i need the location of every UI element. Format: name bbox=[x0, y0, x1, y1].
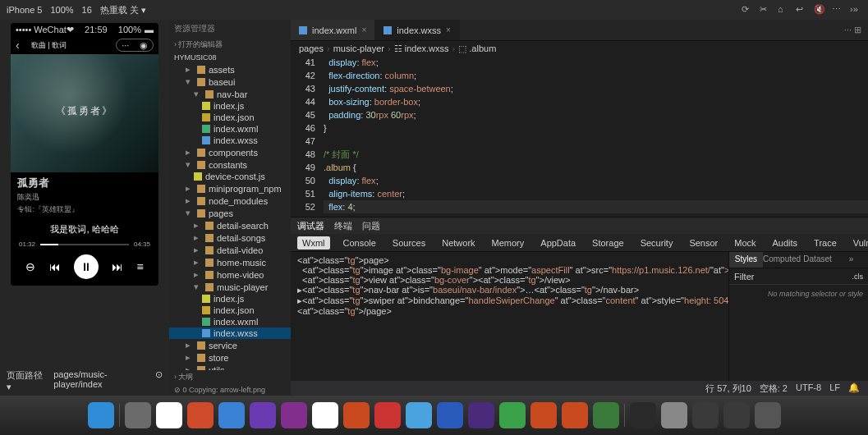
playlist-icon[interactable]: ≡ bbox=[137, 260, 144, 273]
devtool-tab[interactable]: Vulnerability bbox=[850, 236, 868, 250]
tree-item[interactable]: index.wxss bbox=[169, 327, 291, 339]
styles-subtab[interactable]: Styles bbox=[729, 252, 763, 268]
devtool-tab[interactable]: Storage bbox=[589, 236, 627, 250]
tree-item[interactable]: index.wxss bbox=[169, 135, 291, 146]
mute-icon[interactable]: 🔇 bbox=[814, 4, 825, 16]
wxml-dom-tree[interactable]: <at">class="tg">page> <at">class="tg">im… bbox=[291, 252, 728, 381]
tree-item[interactable]: ▸detail-songs bbox=[169, 231, 291, 244]
tree-item[interactable]: index.json bbox=[169, 304, 291, 316]
devtool-tab[interactable]: Security bbox=[637, 236, 677, 250]
dock-app[interactable] bbox=[755, 402, 781, 428]
cut-icon[interactable]: ✂ bbox=[760, 4, 771, 16]
capsule-button[interactable]: ···◉ bbox=[116, 39, 154, 52]
tree-item[interactable]: ▸home-video bbox=[169, 268, 291, 281]
dock-app[interactable] bbox=[723, 402, 750, 428]
next-icon[interactable]: ⏭ bbox=[112, 260, 123, 273]
open-editors-section[interactable]: › 打开的编辑器 bbox=[169, 38, 291, 52]
devtool-tab[interactable]: Trace bbox=[811, 236, 840, 250]
tree-item[interactable]: ▸home-music bbox=[169, 256, 291, 268]
cls-toggle[interactable]: .cls bbox=[852, 272, 864, 281]
tree-item[interactable]: ▸components bbox=[169, 146, 291, 158]
dock-app[interactable] bbox=[250, 402, 276, 428]
tree-item[interactable]: ▾constants bbox=[169, 158, 291, 171]
home-icon[interactable]: ⌂ bbox=[778, 4, 789, 16]
play-button[interactable]: ⏸ bbox=[74, 254, 99, 279]
dropdown-icon[interactable]: 热重载 关 ▾ bbox=[100, 4, 146, 16]
eol-label[interactable]: LF bbox=[829, 382, 840, 395]
tree-item[interactable]: index.js bbox=[169, 100, 291, 112]
more-icon[interactable]: ⋯ bbox=[832, 4, 843, 16]
styles-subtab[interactable]: Computed bbox=[763, 252, 801, 268]
devtool-tab[interactable]: Sources bbox=[389, 236, 429, 250]
tree-item[interactable]: index.wxml bbox=[169, 123, 291, 135]
device-label[interactable]: iPhone 5 bbox=[7, 5, 42, 15]
dock-app[interactable] bbox=[88, 402, 114, 428]
dock-app[interactable] bbox=[593, 402, 619, 428]
tree-item[interactable]: ▸miniprogram_npm bbox=[169, 182, 291, 195]
dock-app[interactable] bbox=[692, 402, 719, 428]
tree-item[interactable]: ▸store bbox=[169, 351, 291, 364]
dock-app[interactable] bbox=[374, 402, 401, 428]
tree-item[interactable]: ▸detail-search bbox=[169, 219, 291, 231]
progress-track[interactable] bbox=[40, 244, 129, 245]
tree-item[interactable]: ▾baseui bbox=[169, 76, 291, 88]
devtool-sub-tab[interactable]: 终端 bbox=[334, 220, 352, 232]
devtool-tab[interactable]: Network bbox=[439, 236, 478, 250]
breadcrumb[interactable]: pages›music-player›☷ index.wxss›⬚ .album bbox=[291, 41, 868, 56]
tree-item[interactable]: ▾nav-bar bbox=[169, 88, 291, 100]
devtool-tab[interactable]: Wxml bbox=[297, 236, 330, 250]
indent-label[interactable]: 空格: 2 bbox=[760, 382, 788, 395]
devtool-tab[interactable]: Sensor bbox=[686, 236, 721, 250]
styles-filter[interactable]: Filter .cls bbox=[729, 268, 868, 285]
outline-section[interactable]: › 大纲 bbox=[169, 370, 291, 384]
dock-app[interactable] bbox=[406, 402, 432, 428]
tree-item[interactable]: index.wxml bbox=[169, 316, 291, 327]
rotate-icon[interactable]: ⟳ bbox=[742, 4, 753, 16]
tree-item[interactable]: device-const.js bbox=[169, 171, 291, 182]
tree-item[interactable]: ▸detail-video bbox=[169, 244, 291, 256]
devtool-tab[interactable]: Memory bbox=[489, 236, 528, 250]
zoom-label[interactable]: 100% bbox=[50, 5, 73, 15]
devtool-tab[interactable]: AppData bbox=[537, 236, 579, 250]
dock-app[interactable] bbox=[156, 402, 182, 428]
prev-icon[interactable]: ⏮ bbox=[49, 260, 61, 273]
devtool-tab[interactable]: Console bbox=[340, 236, 379, 250]
dock-app[interactable] bbox=[630, 402, 656, 428]
dock-app[interactable] bbox=[468, 402, 494, 428]
tree-item[interactable]: ▾music-player bbox=[169, 281, 291, 293]
close-icon[interactable]: × bbox=[446, 25, 451, 34]
dock-app[interactable] bbox=[499, 402, 526, 428]
back-arrow-icon[interactable]: ‹ bbox=[16, 39, 20, 52]
editor-tab[interactable]: index.wxml× bbox=[291, 20, 375, 40]
nav-pill[interactable]: 歌曲 | 歌词 bbox=[25, 39, 73, 52]
tree-item[interactable]: ▸service bbox=[169, 339, 291, 351]
encoding-label[interactable]: UTF-8 bbox=[796, 382, 821, 395]
shuffle-icon[interactable]: ⊖ bbox=[25, 260, 35, 273]
tree-item[interactable]: ▸assets bbox=[169, 63, 291, 76]
dock-app[interactable] bbox=[661, 402, 687, 428]
dock-app[interactable] bbox=[312, 402, 338, 428]
dock-app[interactable] bbox=[218, 402, 245, 428]
dock-app[interactable] bbox=[125, 402, 151, 428]
bell-icon[interactable]: 🔔 bbox=[848, 382, 860, 395]
code-editor[interactable]: 4142434445464748495051525354 display: fl… bbox=[291, 56, 868, 217]
dock-app[interactable] bbox=[187, 402, 214, 428]
tree-item[interactable]: ▸utils bbox=[169, 364, 291, 370]
expand-icon[interactable]: ›» bbox=[850, 4, 861, 16]
dock-app[interactable] bbox=[562, 402, 588, 428]
tree-item[interactable]: ▾pages bbox=[169, 207, 291, 219]
dock-app[interactable] bbox=[437, 402, 463, 428]
back-icon[interactable]: ↩ bbox=[796, 4, 807, 16]
dock-app[interactable] bbox=[343, 402, 370, 428]
tree-item[interactable]: index.js bbox=[169, 293, 291, 304]
tree-item[interactable]: index.json bbox=[169, 112, 291, 123]
tree-item[interactable]: ▸node_modules bbox=[169, 195, 291, 207]
devtool-sub-tab[interactable]: 问题 bbox=[362, 220, 380, 232]
project-root[interactable]: HYMUSIC08 bbox=[169, 52, 291, 63]
devtool-tab[interactable]: Mock bbox=[731, 236, 759, 250]
cursor-pos[interactable]: 行 57, 列10 bbox=[705, 382, 751, 395]
dock-app[interactable] bbox=[281, 402, 307, 428]
editor-tab[interactable]: index.wxss× bbox=[375, 20, 460, 40]
close-icon[interactable]: × bbox=[361, 25, 366, 34]
styles-subtab[interactable]: Dataset bbox=[801, 252, 834, 268]
